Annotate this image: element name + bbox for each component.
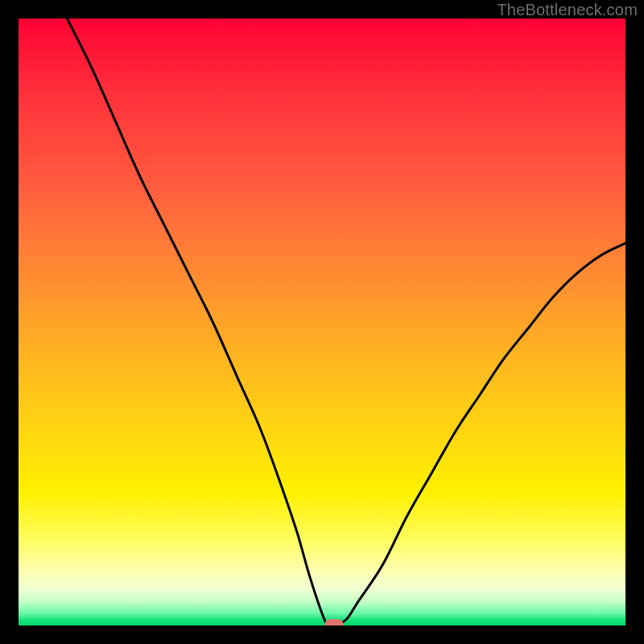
min-marker [324, 619, 344, 625]
chart-stage: TheBottleneck.com [0, 0, 644, 644]
curve-layer [19, 19, 625, 625]
watermark-text: TheBottleneck.com [497, 1, 638, 19]
plot-area [19, 19, 625, 625]
bottleneck-curve [67, 19, 625, 625]
